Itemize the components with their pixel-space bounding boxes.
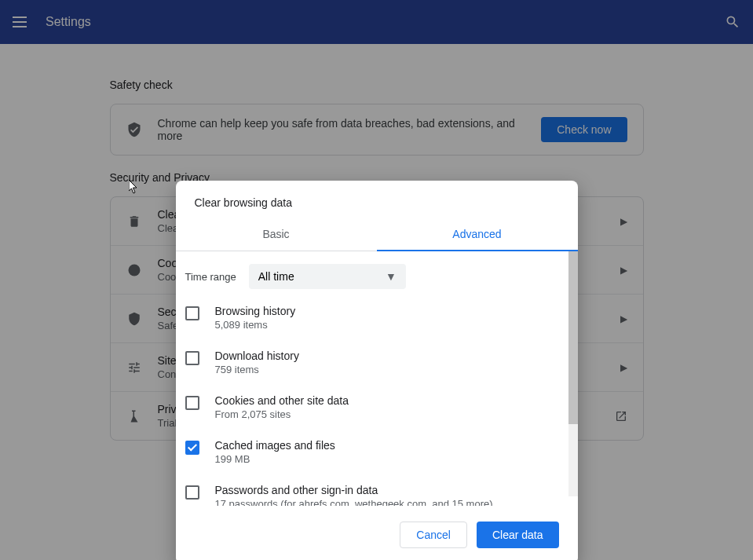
option-row: Passwords and other sign-in data17 passw… <box>185 474 559 506</box>
option-row: Cached images and files199 MB <box>185 430 559 474</box>
option-text: Cached images and files199 MB <box>215 439 559 465</box>
dialog-tabs: Basic Advanced <box>176 218 578 251</box>
time-range-row: Time range All time ▼ <box>176 251 578 295</box>
cancel-button[interactable]: Cancel <box>400 522 467 548</box>
dropdown-arrow-icon: ▼ <box>386 270 397 283</box>
checkbox[interactable] <box>185 351 199 365</box>
option-row: Cookies and other site dataFrom 2,075 si… <box>185 385 559 430</box>
option-text: Browsing history5,089 items <box>215 305 559 331</box>
option-sub: 199 MB <box>215 453 559 465</box>
option-sub: 5,089 items <box>215 319 559 331</box>
option-row: Browsing history5,089 items <box>185 295 559 340</box>
tab-basic[interactable]: Basic <box>176 218 377 251</box>
option-text: Download history759 items <box>215 350 559 375</box>
options-list: Browsing history5,089 itemsDownload hist… <box>176 295 578 506</box>
option-title: Cookies and other site data <box>215 394 559 407</box>
checkbox[interactable] <box>185 396 199 410</box>
dialog-title: Clear browsing data <box>176 181 578 218</box>
checkbox[interactable] <box>185 306 199 320</box>
option-row: Download history759 items <box>185 340 559 385</box>
option-text: Cookies and other site dataFrom 2,075 si… <box>215 394 559 420</box>
clear-data-button[interactable]: Clear data <box>477 522 559 548</box>
scrollbar-thumb[interactable] <box>568 251 578 424</box>
time-range-label: Time range <box>185 271 236 283</box>
option-title: Passwords and other sign-in data <box>215 484 559 496</box>
option-title: Cached images and files <box>215 439 559 452</box>
dialog-footer: Cancel Clear data <box>176 506 578 560</box>
time-range-select[interactable]: All time ▼ <box>249 264 406 289</box>
clear-browsing-dialog: Clear browsing data Basic Advanced Time … <box>176 181 578 560</box>
option-sub: From 2,075 sites <box>215 408 559 420</box>
option-sub: 17 passwords (for ahrefs.com, wethegeek.… <box>215 498 559 506</box>
option-title: Download history <box>215 350 559 362</box>
option-text: Passwords and other sign-in data17 passw… <box>215 484 559 506</box>
checkbox[interactable] <box>185 441 199 455</box>
option-title: Browsing history <box>215 305 559 317</box>
option-sub: 759 items <box>215 364 559 375</box>
dialog-body: Time range All time ▼ Browsing history5,… <box>176 251 578 506</box>
time-range-value: All time <box>258 270 294 283</box>
tab-advanced[interactable]: Advanced <box>377 218 578 251</box>
checkbox[interactable] <box>185 485 199 500</box>
